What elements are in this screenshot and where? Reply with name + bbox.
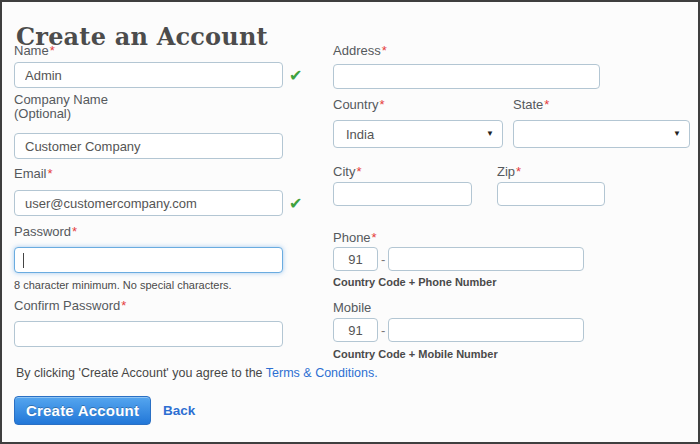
- confirm-password-input[interactable]: [14, 321, 283, 347]
- password-input[interactable]: [14, 247, 283, 273]
- required-asterisk: *: [121, 298, 126, 313]
- zip-label: Zip*: [497, 165, 521, 179]
- required-asterisk: *: [380, 97, 385, 112]
- create-account-button[interactable]: Create Account: [14, 396, 151, 425]
- valid-check-icon: ✔: [289, 196, 302, 212]
- mobile-separator: -: [381, 323, 385, 338]
- create-account-window: Create an Account Name* ✔ Company Name(O…: [0, 0, 700, 444]
- required-asterisk: *: [382, 43, 387, 58]
- text-caret: [23, 253, 24, 268]
- address-label: Address*: [333, 44, 387, 58]
- password-label: Password*: [14, 225, 77, 239]
- company-name-label: Company Name(Optional): [14, 93, 108, 121]
- zip-input[interactable]: [497, 182, 605, 206]
- state-select[interactable]: [513, 120, 690, 148]
- required-asterisk: *: [50, 43, 55, 58]
- email-label: Email*: [14, 167, 53, 181]
- state-label: State*: [513, 98, 549, 112]
- required-asterisk: *: [72, 224, 77, 239]
- valid-check-icon: ✔: [289, 68, 302, 84]
- mobile-country-code-input[interactable]: [333, 318, 378, 342]
- phone-label: Phone*: [333, 231, 377, 245]
- country-label: Country*: [333, 98, 385, 112]
- back-link[interactable]: Back: [163, 403, 195, 418]
- mobile-number-input[interactable]: [388, 318, 584, 342]
- phone-separator: -: [381, 252, 385, 267]
- required-asterisk: *: [372, 230, 377, 245]
- terms-and-conditions-link[interactable]: Terms & Conditions.: [266, 366, 378, 380]
- name-label: Name*: [14, 44, 55, 58]
- required-asterisk: *: [356, 164, 361, 179]
- city-label: City*: [333, 165, 361, 179]
- required-asterisk: *: [516, 164, 521, 179]
- phone-number-input[interactable]: [388, 247, 584, 271]
- mobile-label: Mobile: [333, 301, 371, 315]
- mobile-hint: Country Code + Mobile Number: [333, 348, 498, 360]
- terms-agreement-text: By clicking 'Create Account' you agree t…: [16, 366, 378, 380]
- country-select[interactable]: India: [333, 120, 503, 148]
- email-input[interactable]: [14, 190, 283, 216]
- company-name-input[interactable]: [14, 133, 283, 159]
- required-asterisk: *: [48, 166, 53, 181]
- city-input[interactable]: [333, 182, 472, 206]
- address-input[interactable]: [333, 64, 600, 89]
- password-hint: 8 character minimum. No special characte…: [14, 279, 232, 291]
- phone-country-code-input[interactable]: [333, 247, 378, 271]
- country-select-wrap: India ▼: [333, 120, 503, 148]
- confirm-password-label: Confirm Password*: [14, 299, 126, 313]
- state-select-wrap: ▼: [513, 120, 690, 148]
- required-asterisk: *: [544, 97, 549, 112]
- phone-hint: Country Code + Phone Number: [333, 276, 497, 288]
- name-input[interactable]: [14, 62, 283, 88]
